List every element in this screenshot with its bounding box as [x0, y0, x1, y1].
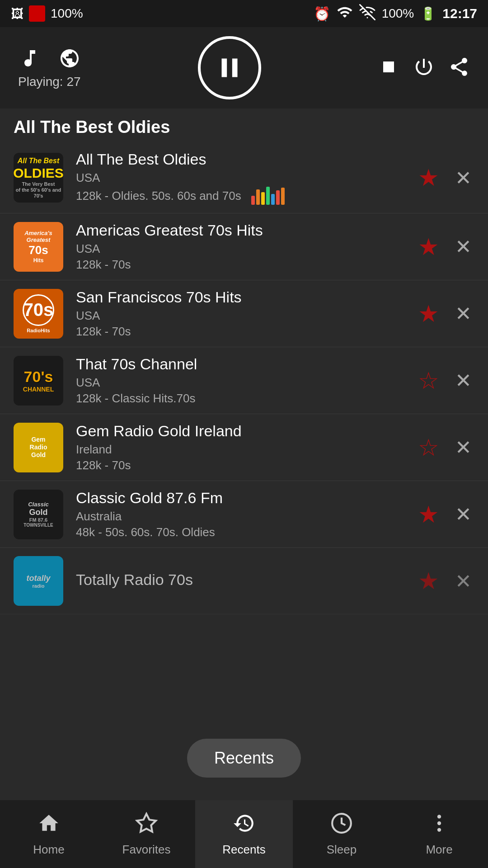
- nav-label-home: Home: [33, 843, 64, 857]
- station-actions-6: ★ ✕: [416, 502, 474, 527]
- station-name-6: Classic Gold 87.6 Fm: [76, 489, 408, 507]
- nav-item-sleep[interactable]: Sleep: [293, 800, 390, 868]
- nav-label-more: More: [426, 843, 452, 857]
- power-button[interactable]: [413, 56, 435, 80]
- list-item[interactable]: 70's CHANNEL That 70s Channel USA 128k -…: [0, 347, 488, 414]
- station-name-4: That 70s Channel: [76, 355, 408, 373]
- favorite-button-1[interactable]: ★: [416, 165, 441, 190]
- station-info-6: Classic Gold 87.6 Fm Australia 48k - 50s…: [76, 489, 408, 539]
- station-list: All The Best OLDIES The Very Bestof the …: [0, 142, 488, 614]
- favorite-button-4[interactable]: ☆: [416, 368, 441, 393]
- svg-point-4: [437, 828, 441, 831]
- svg-point-2: [437, 815, 441, 818]
- player-header: Playing: 27: [0, 27, 488, 108]
- remove-button-5[interactable]: ✕: [452, 436, 474, 459]
- globe-icon[interactable]: [58, 47, 81, 70]
- nav-item-home[interactable]: Home: [0, 800, 98, 868]
- equalizer-bars: [251, 187, 285, 205]
- station-details-3: 128k - 70s: [76, 325, 408, 339]
- station-country-2: USA: [76, 242, 408, 256]
- station-actions-2: ★ ✕: [416, 234, 474, 259]
- list-item[interactable]: America's Greatest 70s Hits Americas Gre…: [0, 213, 488, 280]
- station-country-3: USA: [76, 309, 408, 323]
- home-icon: [38, 812, 60, 839]
- station-actions-4: ☆ ✕: [416, 368, 474, 393]
- sleep-icon: [330, 812, 353, 839]
- stop-button[interactable]: [378, 56, 399, 80]
- list-item[interactable]: All The Best OLDIES The Very Bestof the …: [0, 142, 488, 213]
- status-right: ⏰ 100% 🔋 12:17: [314, 4, 477, 24]
- nav-label-favorites: Favorites: [122, 843, 171, 857]
- list-item[interactable]: 70s RadioHits San Franciscos 70s Hits US…: [0, 280, 488, 347]
- station-info-7: Totally Radio 70s: [76, 571, 408, 591]
- station-country-5: Ireland: [76, 443, 408, 457]
- station-country-6: Australia: [76, 509, 408, 524]
- station-actions-1: ★ ✕: [416, 165, 474, 190]
- player-left-controls: Playing: 27: [18, 47, 81, 89]
- station-actions-5: ☆ ✕: [416, 435, 474, 460]
- station-details-2: 128k - 70s: [76, 258, 408, 272]
- remove-button-2[interactable]: ✕: [452, 236, 474, 258]
- remove-button-4[interactable]: ✕: [452, 369, 474, 392]
- nav-label-sleep: Sleep: [327, 843, 357, 857]
- favorite-button-2[interactable]: ★: [416, 234, 441, 259]
- more-icon: [428, 812, 450, 839]
- battery-icon: 🔋: [420, 6, 436, 21]
- list-item[interactable]: totally radio Totally Radio 70s ★ ✕: [0, 548, 488, 614]
- nav-item-recents[interactable]: Recents: [195, 800, 293, 868]
- station-name-3: San Franciscos 70s Hits: [76, 288, 408, 306]
- nav-label-recents: Recents: [222, 843, 265, 857]
- station-name-7: Totally Radio 70s: [76, 571, 408, 589]
- svg-marker-0: [137, 814, 156, 832]
- remove-button-7[interactable]: ✕: [452, 570, 474, 592]
- gallery-icon: 🖼: [11, 6, 23, 21]
- station-country-1: USA: [76, 171, 408, 185]
- playing-label: Playing: 27: [18, 75, 81, 89]
- station-logo-4: 70's CHANNEL: [14, 356, 63, 406]
- station-logo-3: 70s RadioHits: [14, 289, 63, 339]
- station-logo-5: Gem Radio Gold: [14, 423, 63, 472]
- remove-button-1[interactable]: ✕: [452, 166, 474, 189]
- pause-button[interactable]: [198, 36, 261, 99]
- station-actions-3: ★ ✕: [416, 301, 474, 326]
- nav-item-favorites[interactable]: Favorites: [98, 800, 195, 868]
- station-name-1: All The Best Oldies: [76, 151, 408, 168]
- favorite-button-7[interactable]: ★: [416, 568, 441, 594]
- station-info-3: San Franciscos 70s Hits USA 128k - 70s: [76, 288, 408, 339]
- remove-button-3[interactable]: ✕: [452, 302, 474, 325]
- favorite-button-3[interactable]: ★: [416, 301, 441, 326]
- station-logo-1: All The Best OLDIES The Very Bestof the …: [14, 153, 63, 203]
- station-details-1: 128k - Oldies. 50s. 60s and 70s: [76, 187, 408, 205]
- star-nav-icon: [135, 812, 158, 839]
- alarm-icon: ⏰: [314, 6, 330, 22]
- battery-percentage: 100%: [382, 6, 414, 21]
- svg-point-3: [437, 821, 441, 825]
- station-country-4: USA: [76, 376, 408, 390]
- station-name-5: Gem Radio Gold Ireland: [76, 422, 408, 440]
- history-icon: [233, 812, 255, 839]
- remove-button-6[interactable]: ✕: [452, 503, 474, 526]
- station-actions-7: ★ ✕: [416, 568, 474, 594]
- status-time: 12:17: [442, 6, 477, 21]
- wifi-icon: [337, 4, 353, 24]
- music-note-icon[interactable]: [18, 47, 42, 70]
- nav-item-more[interactable]: More: [390, 800, 488, 868]
- list-item[interactable]: Classic Gold FM 87.6 TOWNSVILLE Classic …: [0, 481, 488, 548]
- favorite-button-5[interactable]: ☆: [416, 435, 441, 460]
- signal-icon: [359, 4, 375, 24]
- status-left: 🖼 100%: [11, 5, 83, 22]
- station-details-5: 128k - 70s: [76, 458, 408, 472]
- bottom-nav: Home Favorites Recents Sleep More: [0, 800, 488, 868]
- status-number: 100%: [51, 6, 83, 21]
- section-title-bar: All The Best Oldies: [0, 108, 488, 142]
- favorite-button-6[interactable]: ★: [416, 502, 441, 527]
- station-info-1: All The Best Oldies USA 128k - Oldies. 5…: [76, 151, 408, 205]
- status-bar: 🖼 100% ⏰ 100% 🔋 12:17: [0, 0, 488, 27]
- list-item[interactable]: Gem Radio Gold Gem Radio Gold Ireland Ir…: [0, 414, 488, 481]
- station-logo-7: totally radio: [14, 556, 63, 606]
- player-right-controls: [378, 56, 470, 80]
- station-details-4: 128k - Classic Hits.70s: [76, 392, 408, 406]
- recents-tooltip: Recents: [187, 739, 301, 778]
- share-button[interactable]: [448, 56, 470, 80]
- station-info-4: That 70s Channel USA 128k - Classic Hits…: [76, 355, 408, 406]
